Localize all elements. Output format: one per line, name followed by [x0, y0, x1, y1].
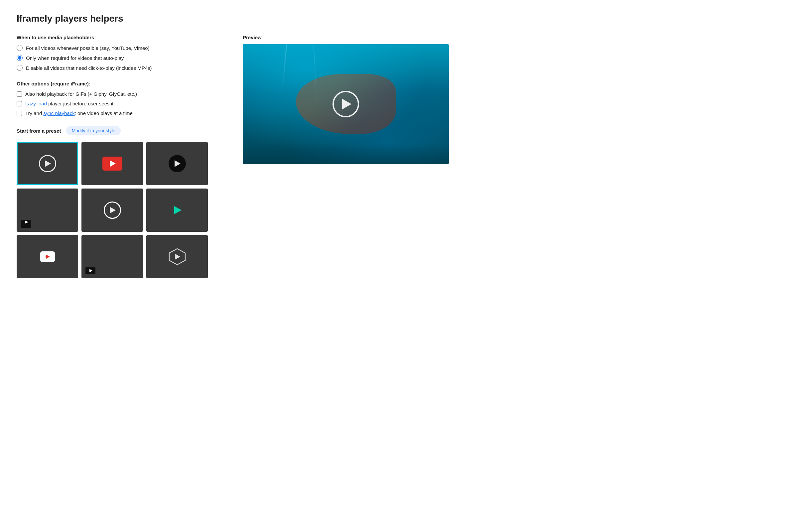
- checkbox-option-2[interactable]: Lazy-load player just before user sees i…: [17, 101, 223, 107]
- preset-card-7[interactable]: [81, 235, 143, 278]
- radio-input-1[interactable]: [17, 45, 23, 51]
- checkbox-input-2[interactable]: [17, 101, 22, 107]
- play-solid-icon-2: [169, 155, 186, 172]
- preset-grid: [17, 142, 223, 278]
- play-teal-icon-5: [174, 206, 182, 214]
- radio-label-2: Only when required for videos that auto-…: [26, 55, 124, 61]
- play-small-icon-7: [86, 267, 95, 274]
- modify-style-button[interactable]: Modify it to your style: [66, 126, 121, 135]
- preset-card-3[interactable]: [17, 189, 78, 232]
- play-circle-icon-0: [39, 155, 56, 172]
- page-title: Iframely players helpers: [17, 13, 781, 24]
- media-placeholder-options: For all videos whenever possible (say, Y…: [17, 45, 223, 71]
- play-triangle-0: [45, 160, 51, 167]
- play-triangle-6: [45, 254, 50, 259]
- checkbox-label-3: Try and sync playback: one video plays a…: [25, 110, 133, 116]
- preset-card-2[interactable]: [146, 142, 208, 185]
- play-small-icon-3: [21, 220, 31, 228]
- other-options-group: Also hold playback for GIFs (+ Giphy, Gf…: [17, 91, 223, 116]
- play-triangle-7: [90, 269, 92, 272]
- sync-playback-link[interactable]: sync playback: [43, 110, 75, 116]
- radio-input-2[interactable]: [17, 55, 23, 61]
- play-triangle-1: [110, 160, 116, 167]
- radio-option-3[interactable]: Disable all videos that need click-to-pl…: [17, 65, 223, 71]
- reef-decoration: [243, 144, 449, 164]
- preset-card-1[interactable]: [81, 142, 143, 185]
- checkbox-option-1[interactable]: Also hold playback for GIFs (+ Giphy, Gf…: [17, 91, 223, 97]
- radio-option-2[interactable]: Only when required for videos that auto-…: [17, 55, 223, 61]
- checkbox-input-3[interactable]: [17, 111, 22, 116]
- preview-play-triangle: [342, 99, 352, 109]
- play-triangle-8: [175, 254, 180, 260]
- play-triangle-2: [174, 160, 180, 167]
- play-circle-icon-4: [104, 202, 121, 219]
- radio-input-3[interactable]: [17, 65, 23, 71]
- checkbox-option-3[interactable]: Try and sync playback: one video plays a…: [17, 110, 223, 116]
- checkbox-label-2: Lazy-load player just before user sees i…: [25, 101, 113, 107]
- preset-card-4[interactable]: [81, 189, 143, 232]
- preset-label: Start from a preset: [17, 128, 61, 134]
- radio-label-1: For all videos whenever possible (say, Y…: [26, 45, 150, 51]
- radio-label-3: Disable all videos that need click-to-pl…: [26, 65, 152, 71]
- preset-card-0[interactable]: [17, 142, 78, 185]
- youtube-white-icon-6: [40, 251, 55, 262]
- preview-play-button[interactable]: [332, 91, 359, 117]
- lazy-load-link[interactable]: Lazy-load: [25, 101, 47, 107]
- preview-label: Preview: [243, 35, 781, 40]
- preset-card-8[interactable]: [146, 235, 208, 278]
- radio-option-1[interactable]: For all videos whenever possible (say, Y…: [17, 45, 223, 51]
- play-triangle-4: [110, 207, 116, 213]
- youtube-play-icon-1: [102, 157, 122, 171]
- preset-card-5[interactable]: [146, 189, 208, 232]
- play-triangle-3: [25, 221, 28, 224]
- preset-card-6[interactable]: [17, 235, 78, 278]
- media-placeholders-label: When to use media placeholders:: [17, 35, 223, 40]
- other-options-label: Other options (require iFrame):: [17, 81, 223, 87]
- preview-panel: Preview: [243, 35, 781, 278]
- preview-image: [243, 44, 449, 164]
- checkbox-input-1[interactable]: [17, 92, 22, 97]
- hex-icon-8: [168, 247, 187, 266]
- checkbox-label-1: Also hold playback for GIFs (+ Giphy, Gf…: [25, 91, 137, 97]
- preset-row: Start from a preset Modify it to your st…: [17, 126, 223, 135]
